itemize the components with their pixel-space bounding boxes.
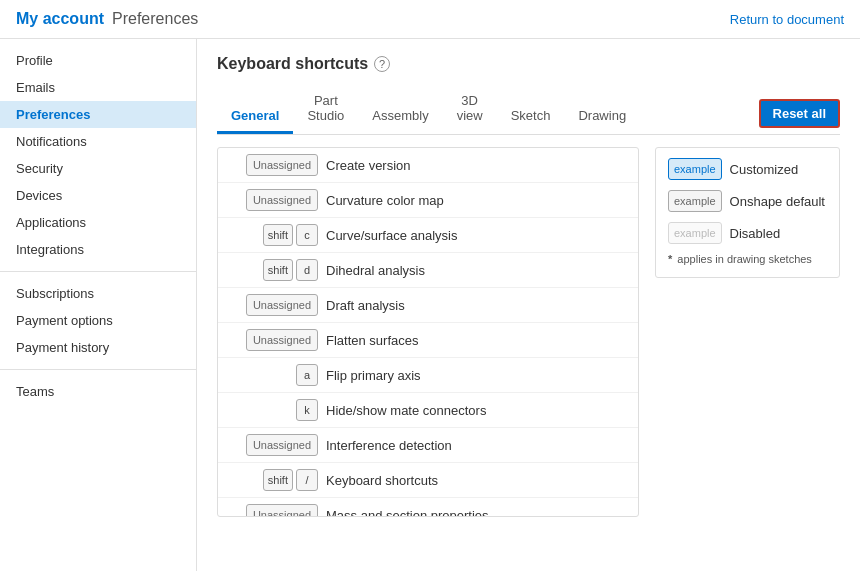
legend-panel: exampleCustomizedexampleOnshape defaulte…: [655, 147, 840, 278]
sidebar-item-integrations[interactable]: Integrations: [0, 236, 196, 263]
key-unassigned: Unassigned: [246, 189, 318, 211]
legend-item-customized: exampleCustomized: [668, 158, 827, 180]
key-badge-k: k: [296, 399, 318, 421]
shortcut-label-3: Dihedral analysis: [326, 263, 628, 278]
sidebar-item-preferences[interactable]: Preferences: [0, 101, 196, 128]
sidebar-item-emails[interactable]: Emails: [0, 74, 196, 101]
app-header: My account Preferences Return to documen…: [0, 0, 860, 39]
reset-all-button[interactable]: Reset all: [759, 99, 840, 128]
tab-drawing[interactable]: Drawing: [564, 102, 640, 134]
shortcut-row-1: UnassignedCurvature color map: [218, 183, 638, 218]
sidebar-divider-2: [0, 369, 196, 370]
sidebar-item-subscriptions[interactable]: Subscriptions: [0, 280, 196, 307]
legend-item-default: exampleOnshape default: [668, 190, 827, 212]
shortcut-label-10: Mass and section properties: [326, 508, 628, 518]
key-badge-shift: shift: [263, 469, 293, 491]
legend-example-customized: example: [668, 158, 722, 180]
sidebar-item-payment-options[interactable]: Payment options: [0, 307, 196, 334]
shortcut-row-4: UnassignedDraft analysis: [218, 288, 638, 323]
sidebar-item-teams[interactable]: Teams: [0, 378, 196, 405]
shortcut-keys-0: Unassigned: [228, 154, 318, 176]
shortcut-keys-1: Unassigned: [228, 189, 318, 211]
key-badge-/: /: [296, 469, 318, 491]
return-to-document-link[interactable]: Return to document: [730, 12, 844, 27]
app-title-sub: Preferences: [112, 10, 198, 28]
asterisk: *: [668, 253, 672, 265]
legend-note: * applies in drawing sketches: [668, 252, 827, 267]
header-left: My account Preferences: [16, 10, 198, 28]
shortcut-row-5: UnassignedFlatten surfaces: [218, 323, 638, 358]
shortcut-row-3: shiftdDihedral analysis: [218, 253, 638, 288]
sidebar-bottom-section: SubscriptionsPayment optionsPayment hist…: [0, 280, 196, 361]
section-title: Keyboard shortcuts: [217, 55, 368, 73]
key-badge-shift: shift: [263, 259, 293, 281]
shortcut-label-9: Keyboard shortcuts: [326, 473, 628, 488]
tab-sketch[interactable]: Sketch: [497, 102, 565, 134]
legend-note-text: applies in drawing sketches: [677, 253, 812, 265]
shortcut-row-10: UnassignedMass and section properties: [218, 498, 638, 517]
main-content: Keyboard shortcuts ? GeneralPart StudioA…: [197, 39, 860, 571]
shortcut-keys-8: Unassigned: [228, 434, 318, 456]
key-unassigned: Unassigned: [246, 504, 318, 517]
key-badge-d: d: [296, 259, 318, 281]
tab-general[interactable]: General: [217, 102, 293, 134]
sidebar-item-notifications[interactable]: Notifications: [0, 128, 196, 155]
sidebar-item-applications[interactable]: Applications: [0, 209, 196, 236]
shortcut-label-8: Interference detection: [326, 438, 628, 453]
key-unassigned: Unassigned: [246, 329, 318, 351]
shortcut-label-7: Hide/show mate connectors: [326, 403, 628, 418]
shortcuts-panel[interactable]: UnassignedCreate versionUnassignedCurvat…: [217, 147, 639, 517]
key-unassigned: Unassigned: [246, 434, 318, 456]
tab-assembly[interactable]: Assembly: [358, 102, 442, 134]
sidebar-item-security[interactable]: Security: [0, 155, 196, 182]
shortcut-label-0: Create version: [326, 158, 628, 173]
shortcut-keys-9: shift/: [228, 469, 318, 491]
key-badge-a: a: [296, 364, 318, 386]
sidebar-item-payment-history[interactable]: Payment history: [0, 334, 196, 361]
sidebar-divider-1: [0, 271, 196, 272]
shortcut-keys-3: shiftd: [228, 259, 318, 281]
shortcut-keys-6: a: [228, 364, 318, 386]
shortcut-row-8: UnassignedInterference detection: [218, 428, 638, 463]
shortcut-keys-10: Unassigned: [228, 504, 318, 517]
legend-example-disabled: example: [668, 222, 722, 244]
sidebar-team-section: Teams: [0, 378, 196, 405]
tabs-container: GeneralPart StudioAssembly3D viewSketchD…: [217, 87, 640, 134]
tab-part-studio[interactable]: Part Studio: [293, 87, 358, 134]
shortcut-keys-2: shiftc: [228, 224, 318, 246]
key-unassigned: Unassigned: [246, 154, 318, 176]
key-unassigned: Unassigned: [246, 294, 318, 316]
shortcut-row-2: shiftcCurve/surface analysis: [218, 218, 638, 253]
legend-example-default: example: [668, 190, 722, 212]
shortcut-row-6: aFlip primary axis: [218, 358, 638, 393]
help-icon[interactable]: ?: [374, 56, 390, 72]
sidebar: ProfileEmailsPreferencesNotificationsSec…: [0, 39, 197, 571]
key-badge-c: c: [296, 224, 318, 246]
content-area: UnassignedCreate versionUnassignedCurvat…: [217, 147, 840, 517]
app-title-main: My account: [16, 10, 104, 28]
shortcut-label-1: Curvature color map: [326, 193, 628, 208]
legend-item-disabled: exampleDisabled: [668, 222, 827, 244]
key-badge-shift: shift: [263, 224, 293, 246]
shortcuts-list: UnassignedCreate versionUnassignedCurvat…: [218, 148, 638, 517]
shortcut-row-9: shift/Keyboard shortcuts: [218, 463, 638, 498]
shortcut-row-0: UnassignedCreate version: [218, 148, 638, 183]
shortcut-label-2: Curve/surface analysis: [326, 228, 628, 243]
shortcut-keys-5: Unassigned: [228, 329, 318, 351]
main-layout: ProfileEmailsPreferencesNotificationsSec…: [0, 39, 860, 571]
sidebar-item-profile[interactable]: Profile: [0, 47, 196, 74]
legend-label-disabled: Disabled: [730, 226, 781, 241]
tab-3d-view[interactable]: 3D view: [443, 87, 497, 134]
section-heading: Keyboard shortcuts ?: [217, 55, 840, 73]
shortcut-keys-4: Unassigned: [228, 294, 318, 316]
legend-label-default: Onshape default: [730, 194, 825, 209]
shortcut-label-4: Draft analysis: [326, 298, 628, 313]
shortcut-label-5: Flatten surfaces: [326, 333, 628, 348]
shortcut-label-6: Flip primary axis: [326, 368, 628, 383]
shortcut-keys-7: k: [228, 399, 318, 421]
legend-items: exampleCustomizedexampleOnshape defaulte…: [668, 158, 827, 244]
tabs-row: GeneralPart StudioAssembly3D viewSketchD…: [217, 87, 840, 135]
shortcut-row-7: kHide/show mate connectors: [218, 393, 638, 428]
sidebar-item-devices[interactable]: Devices: [0, 182, 196, 209]
sidebar-main-section: ProfileEmailsPreferencesNotificationsSec…: [0, 47, 196, 263]
